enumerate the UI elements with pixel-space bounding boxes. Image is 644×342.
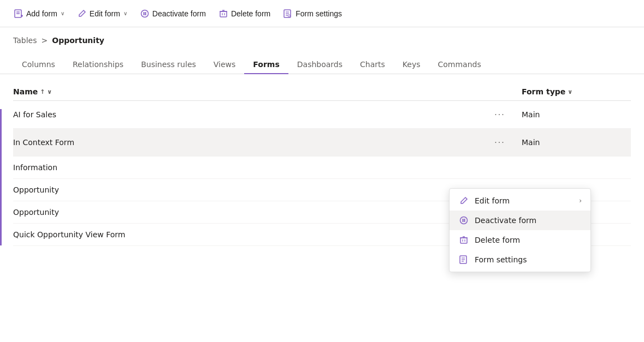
tab-views[interactable]: Views [205, 56, 245, 74]
breadcrumb-separator: > [42, 36, 48, 45]
tab-charts[interactable]: Charts [351, 56, 394, 74]
pause-icon [140, 9, 149, 19]
context-menu-deactivate-form[interactable]: Deactivate form [450, 211, 590, 230]
delete-form-label: Delete form [231, 9, 270, 18]
edit-form-submenu-arrow: › [579, 197, 582, 205]
svg-rect-18 [463, 219, 464, 222]
row-name: Information [13, 163, 478, 172]
svg-rect-20 [460, 238, 467, 243]
tab-relationships[interactable]: Relationships [64, 56, 132, 74]
delete-icon [219, 9, 228, 19]
formtype-header-label: Form type [522, 87, 565, 96]
row-formtype: Main [522, 110, 631, 119]
form-settings-menu-label: Form settings [475, 255, 582, 264]
breadcrumb-current: Opportunity [52, 36, 104, 45]
settings-menu-icon [458, 255, 469, 264]
edit-form-label: Edit form [90, 9, 120, 18]
pause-menu-icon [458, 216, 469, 225]
delete-form-menu-label: Delete form [475, 236, 582, 244]
tab-columns[interactable]: Columns [13, 56, 64, 74]
tab-keys[interactable]: Keys [394, 56, 429, 74]
add-form-label: Add form [26, 9, 57, 18]
context-menu-form-settings[interactable]: Form settings [450, 250, 590, 269]
col-name-header[interactable]: Name ↑ ∨ [13, 87, 478, 96]
col-formtype-header[interactable]: Form type ∨ [522, 87, 631, 96]
add-form-icon [14, 9, 23, 19]
name-header-label: Name [13, 87, 38, 96]
left-accent-bar [0, 109, 2, 245]
sort-icon[interactable]: ↑ ∨ [40, 88, 52, 95]
row-context-menu-button[interactable]: ··· [490, 107, 509, 122]
tab-dashboards[interactable]: Dashboards [288, 56, 351, 74]
tab-business-rules[interactable]: Business rules [132, 56, 205, 74]
edit-menu-icon [458, 196, 469, 205]
row-name: Quick Opportunity View Form [13, 230, 478, 239]
settings-icon [283, 9, 292, 19]
row-context-menu-button[interactable]: ··· [490, 135, 509, 149]
context-menu: Edit form › Deactivate form Delete form [449, 188, 591, 272]
toolbar: Add form ∨ Edit form ∨ Deactivate form [0, 0, 644, 27]
edit-icon [78, 9, 86, 19]
deactivate-form-button[interactable]: Deactivate form [135, 5, 211, 22]
svg-rect-19 [464, 219, 465, 222]
breadcrumb-parent[interactable]: Tables [13, 36, 37, 45]
add-form-button[interactable]: Add form ∨ [9, 5, 70, 22]
form-settings-label: Form settings [296, 9, 342, 18]
svg-rect-8 [220, 11, 227, 17]
row-name: AI for Sales [13, 110, 478, 119]
deactivate-form-label: Deactivate form [152, 9, 206, 18]
edit-form-menu-label: Edit form [475, 196, 574, 205]
breadcrumb-area: Tables > Opportunity [0, 27, 644, 45]
row-name: Opportunity [13, 208, 478, 217]
svg-rect-7 [145, 12, 146, 15]
context-menu-delete-form[interactable]: Delete form [450, 230, 590, 250]
table-row[interactable]: AI for Sales ··· Main [13, 101, 631, 129]
form-settings-button[interactable]: Form settings [278, 5, 347, 22]
deactivate-form-menu-label: Deactivate form [475, 216, 582, 225]
edit-form-button[interactable]: Edit form ∨ [72, 5, 133, 22]
svg-point-5 [141, 10, 148, 17]
table-header: Name ↑ ∨ Form type ∨ [13, 83, 631, 101]
delete-form-button[interactable]: Delete form [214, 5, 276, 22]
row-formtype: Main [522, 138, 631, 147]
edit-form-chevron: ∨ [123, 10, 127, 16]
svg-rect-6 [143, 12, 144, 15]
context-menu-edit-form[interactable]: Edit form › [450, 191, 590, 211]
row-actions: ··· [478, 107, 522, 122]
row-name: In Context Form [13, 138, 478, 147]
formtype-chevron[interactable]: ∨ [568, 88, 572, 95]
row-name: Opportunity [13, 185, 478, 194]
table-row[interactable]: In Context Form ··· Main [13, 129, 631, 157]
nav-tabs: Columns Relationships Business rules Vie… [0, 49, 644, 74]
tab-commands[interactable]: Commands [429, 56, 490, 74]
breadcrumb: Tables > Opportunity [13, 36, 631, 45]
svg-point-17 [460, 217, 468, 224]
add-form-chevron: ∨ [61, 10, 64, 16]
tab-forms[interactable]: Forms [244, 56, 288, 74]
table-row[interactable]: Information [13, 157, 631, 179]
row-actions: ··· [478, 135, 522, 149]
delete-menu-icon [458, 236, 469, 244]
